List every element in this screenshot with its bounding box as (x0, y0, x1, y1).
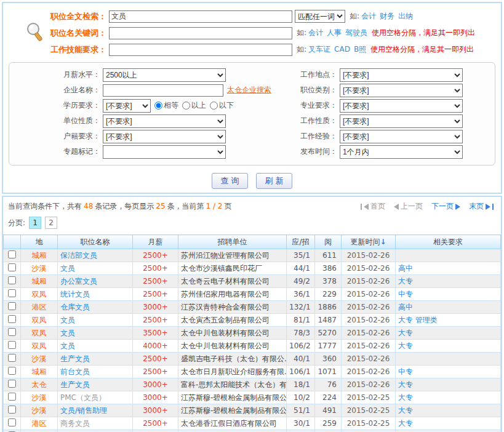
experience-filter-select[interactable]: [不要求] (340, 130, 463, 143)
location-link[interactable]: 沙溪 (32, 264, 47, 273)
prev-page-link[interactable]: 上一页 (394, 201, 423, 212)
job-title-link[interactable]: 生产文员 (60, 380, 90, 389)
job-title-link[interactable]: 文员 (60, 264, 75, 273)
location-link[interactable]: 沙溪 (32, 393, 47, 402)
example-keyword-link[interactable]: 人事 (327, 28, 342, 37)
row-checkbox[interactable] (8, 250, 16, 258)
row-checkbox-cell (4, 366, 21, 378)
job-nature-filter-select[interactable]: [不要求] (340, 114, 463, 128)
row-requirements: 大专 管理类 (396, 314, 501, 327)
per-page-count: 25 (154, 202, 167, 210)
row-checkbox[interactable] (8, 354, 16, 362)
keyword-search-input[interactable] (109, 27, 292, 39)
row-checkbox[interactable] (8, 380, 16, 388)
location-filter-select[interactable]: [不要求] (340, 68, 463, 82)
job-title-link[interactable]: PMC（文员） (60, 393, 106, 402)
first-page-link[interactable]: 首页 (361, 201, 385, 212)
example-keyword-link[interactable]: CAD (334, 45, 350, 54)
row-checkbox[interactable] (8, 341, 16, 349)
education-filter-select[interactable]: [不要求] (103, 99, 151, 113)
row-checkbox[interactable] (8, 276, 16, 284)
job-title-link[interactable]: 统计文员 (60, 290, 90, 298)
match-mode-select[interactable]: 匹配任一词 (295, 10, 345, 23)
salary-filter-select[interactable]: 2500以上 (103, 68, 226, 82)
example-keyword-link[interactable]: 会计 (308, 28, 323, 37)
location-link[interactable]: 沙溪 (32, 406, 47, 415)
job-title-link[interactable]: 办公室文员 (60, 277, 97, 286)
job-title-link[interactable]: 仓库文员 (60, 303, 90, 311)
example-keyword-link[interactable]: 叉车证 (308, 45, 330, 54)
header-updated[interactable]: 更新时间↓ (342, 235, 396, 249)
job-title-link[interactable]: 保洁部文员 (60, 251, 97, 260)
location-link[interactable]: 太仓 (32, 380, 47, 389)
last-page-link[interactable]: 末页 (469, 201, 494, 212)
skill-search-input[interactable] (109, 44, 292, 56)
row-checkbox[interactable] (8, 302, 16, 310)
page-number-button-2[interactable]: 2 (45, 217, 57, 229)
residence-filter-select[interactable]: [不要求] (103, 130, 226, 143)
job-title-link[interactable]: 文员 (60, 342, 75, 350)
location-link[interactable]: 双凤 (32, 329, 47, 337)
row-checkbox[interactable] (8, 328, 16, 336)
row-checkbox-cell (4, 314, 21, 327)
example-keyword-link[interactable]: 会计 (361, 12, 376, 20)
job-title-link[interactable]: 文员 (60, 316, 75, 324)
row-checkbox[interactable] (8, 406, 16, 414)
row-checkbox-cell (4, 378, 21, 391)
pagination: 首页 上一页 下一页 末页 (361, 201, 496, 212)
location-link[interactable]: 城厢 (32, 367, 47, 376)
page-number-button-1[interactable]: 1 (29, 217, 41, 229)
unit-type-filter-select[interactable]: [不要求] (103, 114, 226, 128)
example-keyword-link[interactable]: 财务 (380, 12, 394, 20)
row-checkbox[interactable] (8, 315, 16, 323)
job-title-link[interactable]: 前台文员 (60, 367, 90, 376)
job-title-link[interactable]: 生产文员 (60, 354, 90, 363)
company-filter-input[interactable] (103, 84, 223, 97)
education-radio-1[interactable]: 以上 (182, 100, 206, 111)
location-link[interactable]: 城厢 (32, 277, 47, 286)
search-button[interactable]: 查 询 (212, 173, 247, 189)
education-radio-0[interactable]: 相等 (154, 100, 178, 111)
education-radio-input[interactable] (182, 102, 190, 110)
fulltext-search-label: 职位全文检索： (47, 11, 106, 22)
major-filter-select[interactable]: [不要求] (340, 99, 463, 113)
job-title-link[interactable]: 文员 (60, 329, 75, 337)
taicang-company-search-link[interactable]: 太仓企业搜索 (227, 85, 271, 95)
unit-type-filter-label: 单位性质： (9, 116, 100, 126)
location-link[interactable]: 港区 (32, 303, 47, 311)
example-keyword-link[interactable]: 出纳 (398, 12, 413, 20)
location-link[interactable]: 双凤 (32, 342, 47, 350)
row-location: 城厢 (21, 249, 58, 262)
row-company: 盛凯吉电子科技（太仓）有限公... (178, 353, 287, 366)
location-link[interactable]: 双凤 (32, 316, 47, 324)
header-location: 地 (21, 235, 58, 249)
row-apply-ratio: 124/2 (287, 430, 315, 432)
location-link[interactable]: 城厢 (32, 251, 47, 260)
job-title-link[interactable]: 商务文员 (60, 419, 90, 428)
row-checkbox-cell (4, 340, 21, 353)
row-salary: 2500+ (133, 288, 178, 301)
pub-time-filter-select[interactable]: 1个月内 (340, 145, 463, 159)
example-keyword-link[interactable]: B照 (354, 45, 366, 54)
fulltext-search-input[interactable] (109, 10, 292, 23)
location-link[interactable]: 港区 (32, 419, 47, 428)
row-checkbox[interactable] (8, 263, 16, 271)
row-company: 伟建实业（苏州）有限公司 (178, 430, 287, 432)
category-filter-select[interactable]: [不要求] (340, 84, 463, 97)
example-keyword-link[interactable]: 驾驶员 (345, 28, 367, 37)
row-checkbox[interactable] (8, 367, 16, 375)
location-link[interactable]: 沙溪 (32, 354, 47, 363)
job-title-link[interactable]: 文员/销售助理 (60, 406, 107, 415)
refresh-button[interactable]: 刷 新 (256, 173, 292, 189)
topic-filter-select[interactable] (103, 145, 226, 159)
row-company: 太仓市沙溪镇鑫民印花厂 (178, 262, 287, 275)
education-radio-input[interactable] (210, 102, 218, 110)
row-checkbox[interactable] (8, 289, 16, 297)
location-link[interactable]: 双凤 (32, 290, 47, 298)
row-checkbox[interactable] (8, 393, 16, 401)
row-job-title: 生产文员 (58, 353, 133, 366)
education-radio-2[interactable]: 以下 (210, 100, 234, 111)
row-checkbox[interactable] (8, 418, 16, 426)
next-page-link[interactable]: 下一页 (431, 201, 460, 212)
education-radio-input[interactable] (154, 102, 162, 110)
